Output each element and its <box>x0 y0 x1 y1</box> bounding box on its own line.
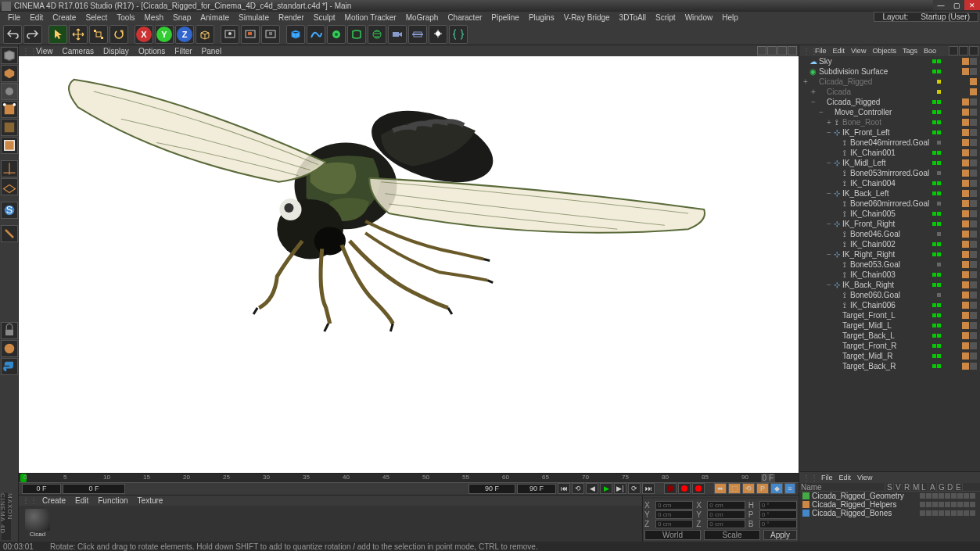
play-button[interactable]: ▶ <box>600 483 612 494</box>
object-tags[interactable] <box>962 251 977 258</box>
menu-pipeline[interactable]: Pipeline <box>486 13 524 22</box>
axis-modify-button[interactable] <box>1 160 18 177</box>
goto-end-button[interactable]: ⏭ <box>642 483 655 494</box>
menu-render[interactable]: Render <box>274 13 309 22</box>
key-all-button[interactable]: ≡ <box>784 483 795 494</box>
expand-icon[interactable]: − <box>826 250 832 259</box>
expand-icon[interactable]: − <box>826 220 832 228</box>
tree-item-target-back-l[interactable]: Target_Back_L <box>799 331 980 341</box>
object-tags[interactable] <box>962 332 977 339</box>
visibility-dots[interactable] <box>932 191 941 195</box>
pos-x[interactable]: 0 cm <box>655 501 693 510</box>
tree-item-cicada-rigged[interactable]: +Cicada_Rigged <box>799 77 980 87</box>
object-tags[interactable] <box>962 231 977 238</box>
minimize-button[interactable]: — <box>933 0 949 10</box>
tree-item-ik-midl-left[interactable]: −⊹IK_Midl_Left <box>799 158 980 168</box>
tweak-button[interactable] <box>1 225 18 242</box>
objmenu-edit[interactable]: Edit <box>830 47 849 55</box>
expand-icon[interactable]: + <box>802 77 809 86</box>
menu-character[interactable]: Character <box>443 13 486 22</box>
obj-view-icon[interactable] <box>959 46 968 55</box>
visibility-dots[interactable] <box>932 131 941 134</box>
menu-simulate[interactable]: Simulate <box>234 13 274 22</box>
rot-h[interactable]: 0 ° <box>759 501 797 510</box>
object-tags[interactable] <box>962 261 977 268</box>
visibility-dots[interactable] <box>937 263 941 267</box>
object-tags[interactable] <box>962 322 977 329</box>
python-button[interactable] <box>1 358 18 375</box>
visibility-dots[interactable] <box>932 100 941 104</box>
viewport-perspective[interactable] <box>19 56 799 473</box>
goto-start-button[interactable]: ⏮ <box>558 483 570 494</box>
undo-button[interactable] <box>3 25 22 44</box>
menu-snap[interactable]: Snap <box>168 13 196 22</box>
tree-item-ik-chain006[interactable]: ⟟IK_Chain006 <box>799 300 980 310</box>
tree-item-ik-back-right[interactable]: −⊹IK_Back_Right <box>799 280 980 290</box>
move-tool[interactable] <box>69 25 88 44</box>
menu-script[interactable]: Script <box>651 13 680 22</box>
menu-edit[interactable]: Edit <box>25 13 48 22</box>
visibility-dots[interactable] <box>932 354 941 358</box>
viewmenu-filter[interactable]: Filter <box>170 47 196 55</box>
layermenu-view[interactable]: View <box>854 474 875 481</box>
menu-v-ray-bridge[interactable]: V-Ray Bridge <box>559 13 615 22</box>
layer-cicada-rigged-bones[interactable]: Cicada_Rigged_Bones <box>799 509 980 517</box>
tree-item-ik-back-left[interactable]: −⊹IK_Back_Left <box>799 188 980 199</box>
size-x[interactable]: 0 cm <box>707 501 745 510</box>
tree-item-sky[interactable]: ☁Sky <box>799 56 980 66</box>
visibility-dots[interactable] <box>932 303 941 307</box>
object-tags[interactable] <box>962 159 977 166</box>
layout-selector[interactable]: Layout: Startup (User) <box>874 12 978 22</box>
camera-button[interactable] <box>388 25 407 44</box>
object-tags[interactable] <box>962 190 977 197</box>
visibility-dots[interactable] <box>937 171 941 175</box>
tree-item-bone-root[interactable]: +⟟Bone_Root <box>799 117 980 127</box>
menu-window[interactable]: Window <box>680 13 718 22</box>
matmenu-create[interactable]: Create <box>38 496 70 505</box>
next-key-button[interactable]: ⟳ <box>628 483 641 494</box>
pos-z[interactable]: 0 cm <box>655 520 693 528</box>
key-pos-button[interactable]: ⬌ <box>714 483 727 494</box>
spline-primitive[interactable] <box>307 25 325 44</box>
menu-animate[interactable]: Animate <box>196 13 234 22</box>
view-zoom-icon[interactable] <box>767 46 777 55</box>
menu-sculpt[interactable]: Sculpt <box>309 13 340 22</box>
viewmenu-options[interactable]: Options <box>134 47 170 55</box>
coord-system-select[interactable]: World <box>644 530 701 540</box>
visibility-dots[interactable] <box>932 222 941 226</box>
current-frame-input[interactable] <box>63 484 125 494</box>
key-pla-button[interactable]: ◆ <box>770 483 783 494</box>
z-axis-button[interactable]: Z <box>175 25 194 44</box>
y-axis-button[interactable]: Y <box>155 25 174 44</box>
tree-item-target-front-l[interactable]: Target_Front_L <box>799 310 980 320</box>
visibility-dots[interactable] <box>932 364 941 368</box>
object-tags[interactable] <box>962 180 977 187</box>
tree-item-bone060mirrored-goal[interactable]: ⟟Bone060mirrored.Goal <box>799 199 980 209</box>
viewport-solo[interactable] <box>1 340 18 357</box>
expand-icon[interactable]: + <box>826 118 832 127</box>
tree-item-ik-chain003[interactable]: ⟟IK_Chain003 <box>799 270 980 280</box>
material-area[interactable]: Cicad <box>19 506 642 542</box>
layer-flags[interactable] <box>920 502 975 507</box>
range-end-input[interactable]: 90 F <box>468 484 515 494</box>
object-tags[interactable] <box>962 271 977 278</box>
tree-item-ik-front-left[interactable]: −⊹IK_Front_Left <box>799 127 980 138</box>
visibility-dots[interactable] <box>937 80 941 84</box>
key-rot-button[interactable]: ⟲ <box>742 483 755 494</box>
tree-item-target-midl-r[interactable]: Target_Midl_R <box>799 351 980 361</box>
tree-item-ik-right-right[interactable]: −⊹IK_Right_Right <box>799 249 980 259</box>
menu-motion-tracker[interactable]: Motion Tracker <box>340 13 401 22</box>
view-toggle-icon[interactable] <box>788 46 797 55</box>
next-frame-button[interactable]: ▶| <box>614 483 626 494</box>
object-mode-button[interactable] <box>1 65 18 82</box>
tree-item-bone046-goal[interactable]: ⟟Bone046.Goal <box>799 229 980 239</box>
light2-button[interactable] <box>429 25 447 44</box>
object-tags[interactable] <box>962 68 977 75</box>
objmenu-view[interactable]: View <box>848 47 869 55</box>
key-scale-button[interactable]: ⬚ <box>728 483 741 494</box>
tree-item-subdivision-surface[interactable]: ◉Subdivision Surface <box>799 66 980 77</box>
tree-item-ik-chain001[interactable]: ⟟IK_Chain001 <box>799 148 980 158</box>
visibility-dots[interactable] <box>932 344 941 348</box>
viewmenu-panel[interactable]: Panel <box>197 47 227 55</box>
tree-item-bone053mirrored-goal[interactable]: ⟟Bone053mirrored.Goal <box>799 168 980 178</box>
